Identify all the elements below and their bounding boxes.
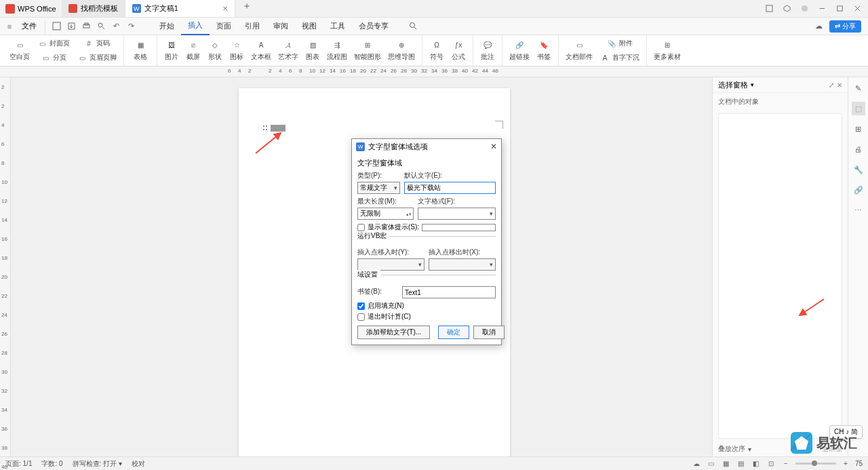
sb-spell[interactable]: 拼写检查: 打开 ▾ [73, 459, 122, 469]
rb-wordart[interactable]: 𝓐艺术字 [275, 39, 301, 63]
menu-tab-page[interactable]: 页面 [210, 18, 238, 35]
tool-wrench-icon[interactable]: 🔧 [852, 163, 865, 176]
prompt-input[interactable] [422, 224, 496, 231]
export-icon[interactable] [64, 20, 78, 33]
zoom-out-icon[interactable]: − [781, 458, 791, 469]
tool-more-icon[interactable]: ⋯ [852, 203, 865, 217]
sb-page[interactable]: 页面: 1/1 [5, 459, 32, 469]
rb-table[interactable]: ▦表格 [128, 39, 153, 63]
zoom-slider[interactable] [795, 463, 836, 465]
rb-dropcap[interactable]: A首字下沉 [597, 51, 642, 64]
menu-tab-view[interactable]: 视图 [295, 18, 323, 35]
tab-doc1[interactable]: W 文字文稿1 ✕ [125, 0, 235, 17]
win-cube-icon[interactable] [778, 2, 795, 16]
rb-hyperlink[interactable]: 🔗超链接 [507, 39, 532, 63]
rb-pgnum[interactable]: #页码 [74, 37, 119, 50]
rb-shape[interactable]: ◇形状 [205, 39, 225, 63]
menu-tab-review[interactable]: 审阅 [267, 18, 295, 35]
tool-link-icon[interactable]: 🔗 [852, 183, 865, 197]
chevron-down-icon[interactable]: ▾ [748, 446, 751, 453]
type-select[interactable]: 常规文字 [357, 182, 400, 194]
zoom-in-icon[interactable]: + [840, 458, 851, 469]
sb-view3-icon[interactable]: ▤ [736, 458, 747, 469]
rb-smart[interactable]: ⊞智能图形 [351, 39, 384, 63]
menu-tab-ref[interactable]: 引用 [238, 18, 267, 35]
default-text-input[interactable] [404, 182, 496, 194]
form-field-box[interactable] [271, 125, 285, 132]
tool-pencil-icon[interactable]: ✎ [852, 81, 865, 95]
tab-template[interactable]: 找稻壳模板 [62, 0, 125, 17]
rb-cover[interactable]: ▭封面页 [34, 37, 73, 50]
close-icon[interactable]: ✕ [222, 5, 228, 12]
print-icon[interactable] [79, 20, 93, 33]
rb-screenshot[interactable]: ⎚截屏 [183, 39, 203, 63]
ok-button[interactable]: 确定 [438, 326, 469, 339]
help-text-button[interactable]: 添加帮助文字(T)... [357, 326, 430, 339]
rb-chart[interactable]: ▨图表 [302, 39, 323, 63]
menu-tab-member[interactable]: 会员专享 [352, 18, 395, 35]
save-icon[interactable] [50, 20, 63, 33]
rb-textbox[interactable]: A文本框 [248, 39, 274, 63]
redo-icon[interactable]: ↷ [124, 20, 138, 33]
rb-more[interactable]: ⊞更多素材 [651, 39, 684, 63]
exit-calc-checkbox[interactable] [357, 313, 365, 321]
search-icon[interactable] [406, 20, 420, 33]
chevron-down-icon[interactable]: ▾ [751, 81, 754, 88]
tool-props-icon[interactable]: ⊞ [852, 122, 865, 136]
ruler-vertical[interactable]: 2246810121416182022242628303234363840 [0, 77, 11, 456]
form-field-handle[interactable] [263, 125, 285, 132]
undo-icon[interactable]: ↶ [109, 20, 123, 33]
maxlen-spinner[interactable]: 无限制 [357, 208, 414, 220]
cancel-button[interactable]: 取消 [473, 326, 505, 339]
rb-docparts[interactable]: ▭文档部件 [563, 39, 595, 63]
rb-mindmap[interactable]: ⊕思维导图 [385, 39, 418, 63]
macro-out-select[interactable] [429, 258, 496, 271]
pin-icon[interactable]: ⤢ [829, 81, 834, 89]
sb-cloud-icon[interactable]: ☁ [691, 458, 702, 469]
sb-view2-icon[interactable]: ▦ [721, 458, 732, 469]
preview-icon[interactable] [94, 20, 108, 33]
ruler-horizontal[interactable]: 6422468101214161820222426283032343638404… [0, 66, 868, 77]
close-button[interactable] [849, 2, 865, 16]
sb-view1-icon[interactable]: ▭ [706, 458, 717, 469]
rb-comment[interactable]: 💬批注 [477, 39, 498, 63]
sb-words[interactable]: 字数: 0 [41, 459, 62, 469]
rb-headerfooter[interactable]: ▭页眉页脚 [74, 51, 119, 64]
minimize-button[interactable] [814, 2, 830, 16]
rb-attach[interactable]: 📎附件 [597, 37, 642, 50]
rb-flow[interactable]: ⇶流程图 [324, 39, 350, 63]
sb-view4-icon[interactable]: ◧ [751, 458, 762, 469]
enable-fill-checkbox[interactable] [357, 302, 365, 310]
rb-bookmark[interactable]: 🔖书签 [534, 39, 554, 63]
new-tab-button[interactable]: ＋ [235, 0, 258, 17]
menu-tab-tools[interactable]: 工具 [323, 18, 352, 35]
win-mode-icon[interactable] [761, 2, 777, 16]
bookmark-input[interactable] [402, 286, 496, 298]
rb-equation[interactable]: ƒx公式 [448, 39, 469, 63]
object-list[interactable] [718, 113, 842, 439]
close-panel-icon[interactable]: ✕ [837, 81, 842, 89]
dialog-titlebar[interactable]: W 文字型窗体域选项 ✕ [352, 139, 501, 154]
menu-tab-start[interactable]: 开始 [153, 18, 181, 35]
show-prompt-checkbox[interactable] [357, 224, 365, 231]
rb-image[interactable]: 🖼图片 [161, 39, 182, 63]
share-button[interactable]: ⇄分享 [829, 20, 861, 33]
cloud-icon[interactable]: ☁ [812, 20, 825, 33]
sb-proof[interactable]: 校对 [132, 459, 145, 469]
rb-symbol[interactable]: Ω符号 [427, 39, 447, 63]
rb-icon[interactable]: ☆图标 [226, 39, 247, 63]
sb-fit-icon[interactable]: ⊡ [766, 458, 776, 469]
zoom-value[interactable]: 75 [855, 460, 863, 467]
dialog-close-icon[interactable]: ✕ [490, 142, 497, 151]
win-avatar-icon[interactable] [796, 2, 812, 16]
tool-select-icon[interactable]: ⬚ [852, 102, 865, 115]
format-select[interactable] [418, 208, 496, 220]
macro-in-select[interactable] [357, 258, 425, 271]
file-menu[interactable]: 文件 [18, 21, 41, 31]
maximize-button[interactable] [831, 2, 848, 16]
rb-break[interactable]: ▭分页 [34, 51, 73, 64]
rb-blankpage[interactable]: ▭空白页 [7, 39, 33, 63]
tool-printer-icon[interactable]: 🖨 [852, 142, 865, 156]
hamburger-icon[interactable]: ≡ [3, 20, 16, 33]
menu-tab-insert[interactable]: 插入 [181, 18, 210, 35]
